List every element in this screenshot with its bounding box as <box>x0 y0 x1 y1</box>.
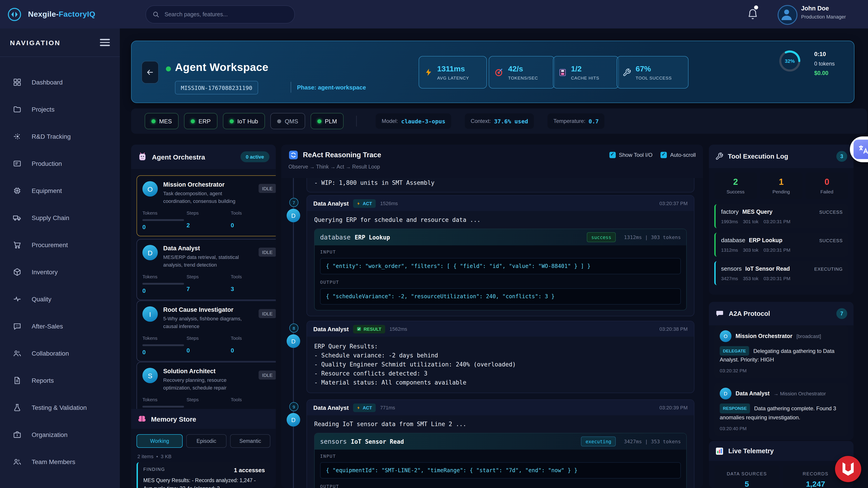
lightning-icon <box>357 201 361 206</box>
live-telemetry-panel: Live Telemetry DATA SOURCES 5 RECORDS 1,… <box>709 441 854 488</box>
avatar-person-icon <box>778 6 795 22</box>
document-icon <box>13 376 22 385</box>
agent-card-data-analyst[interactable]: IDLE D Data Analyst MES/ERP data retriev… <box>136 239 276 300</box>
panel-lines-icon <box>13 159 22 168</box>
nav-label: Supply Chain <box>32 214 69 221</box>
online-dot <box>191 119 195 123</box>
notifications-button[interactable] <box>745 6 761 22</box>
hamburger-menu-icon[interactable] <box>100 37 110 48</box>
log-entry-iot-sensor-read[interactable]: sensors IoT Sensor Read EXECUTING 3427ms… <box>714 261 848 285</box>
notification-dot <box>754 5 758 9</box>
sidebar-item-supply-chain[interactable]: Supply Chain <box>0 204 120 231</box>
sidebar-item-organization[interactable]: Organization <box>0 421 120 448</box>
trace-entry-8: Data Analyst RESULT 1562ms 03:20:38 PM E… <box>307 321 694 393</box>
temperature-pill: Temperature:0.7 <box>548 113 604 129</box>
tool-status-badge: success <box>587 232 616 242</box>
back-button[interactable] <box>142 61 159 84</box>
system-chip-iot-hub[interactable]: IoT Hub <box>223 113 265 129</box>
a2a-message-delegate: O Mission Orchestrator [broadcast] DELEG… <box>714 325 848 379</box>
tool-output-code: { "scheduleVariance": -2, "resourceUtili… <box>320 288 681 304</box>
sidebar-item-inventory[interactable]: Inventory <box>0 258 120 286</box>
nav-label: Collaboration <box>32 350 69 357</box>
step-marker: 8 <box>289 324 298 332</box>
finding-text: MES Query Results: - Records analyzed: 1… <box>143 476 265 488</box>
dashboard-icon <box>13 78 22 87</box>
sidebar-item-dashboard[interactable]: Dashboard <box>0 69 120 96</box>
memory-tab-semantic[interactable]: Semantic <box>230 434 270 448</box>
stat-success: 2 Success <box>714 173 757 199</box>
sidebar-item-reports[interactable]: Reports <box>0 367 120 394</box>
entry-duration: 771ms <box>380 405 395 410</box>
show-tool-io-checkbox[interactable]: Show Tool I/O <box>610 152 653 158</box>
sidebar-item-testing-validation[interactable]: Testing & Validation <box>0 394 120 421</box>
agent-steps: 2 <box>186 222 230 229</box>
system-chip-qms[interactable]: QMS <box>270 113 305 129</box>
elapsed-time: 0:10 <box>814 51 835 57</box>
entry-agent: Data Analyst <box>313 200 349 207</box>
target-icon <box>495 68 504 77</box>
agent-status-badge: IDLE <box>258 248 276 257</box>
tokens-bar <box>143 344 184 346</box>
result-line: - Material status: All components availa… <box>314 378 687 387</box>
agent-status-badge: IDLE <box>258 184 276 193</box>
tool-server: database <box>320 234 350 241</box>
agent-steps: 7 <box>186 286 230 292</box>
log-entry-mes-query[interactable]: factory MES Query SUCCESS 1993ms301 tok0… <box>714 204 848 228</box>
entry-text: Querying ERP for schedule and resource d… <box>314 217 687 223</box>
sidebar-item-collaboration[interactable]: Collaboration <box>0 340 120 367</box>
agent-avatar: D <box>287 413 300 427</box>
autoscroll-checkbox[interactable]: Auto-scroll <box>661 152 696 158</box>
a2a-time: 03:20:32 PM <box>720 368 843 373</box>
memory-finding-card[interactable]: 1 accesses FINDING MES Query Results: - … <box>136 462 270 488</box>
system-chip-mes[interactable]: MES <box>145 113 179 129</box>
app-root: Nexgile-FactoryIQ John Doe Production Ma… <box>0 0 868 488</box>
offline-dot <box>277 119 281 123</box>
trace-subtitle: Observe → Think → Act → Result Loop <box>288 164 696 169</box>
stat-cache-hits: 1/2CACHE HITS <box>553 56 619 89</box>
sidebar-item-quality[interactable]: Quality <box>0 286 120 313</box>
agent-tokens: 0 <box>143 349 186 356</box>
folder-icon <box>13 105 22 114</box>
briefcase-icon <box>13 430 22 439</box>
system-chip-erp[interactable]: ERP <box>184 113 217 129</box>
a2a-time: 03:20:40 PM <box>720 426 843 431</box>
tool-call-card[interactable]: database ERP Lookup success 1312ms | 303… <box>314 229 687 311</box>
model-pill: Model:claude-3-opus <box>376 113 452 129</box>
online-dot <box>230 119 234 123</box>
user-avatar[interactable] <box>778 5 798 25</box>
sidebar-item-equipment[interactable]: Equipment <box>0 177 120 204</box>
nav-label: Production <box>32 160 62 167</box>
phase-label: Phase: agent-workspace <box>297 84 366 91</box>
sidebar-item-rnd-tracking[interactable]: R&D Tracking <box>0 123 120 150</box>
global-search[interactable] <box>146 5 295 24</box>
agent-card-mission-orchestrator[interactable]: IDLE O Mission Orchestrator Task decompo… <box>136 175 276 236</box>
system-chip-plm[interactable]: PLM <box>310 113 344 129</box>
nav-label: Dashboard <box>32 78 63 86</box>
sidebar-item-production[interactable]: Production <box>0 150 120 177</box>
memory-tab-working[interactable]: Working <box>136 434 183 448</box>
top-header: Nexgile-FactoryIQ John Doe Production Ma… <box>0 0 868 29</box>
token-count: 0 tokens <box>814 61 835 66</box>
log-status: EXECUTING <box>814 267 843 271</box>
sidebar-item-projects[interactable]: Projects <box>0 96 120 123</box>
agent-tokens: 0 <box>143 287 186 294</box>
memory-tab-episodic[interactable]: Episodic <box>186 434 226 448</box>
nav-label: Inventory <box>32 268 58 275</box>
sidebar-item-after-sales[interactable]: After-Sales <box>0 313 120 340</box>
timeline-line <box>293 178 294 488</box>
sidebar-item-procurement[interactable]: Procurement <box>0 231 120 258</box>
user-role: Production Manager <box>801 14 846 20</box>
pulse-icon <box>13 295 22 304</box>
sidebar-item-team-members[interactable]: Team Members <box>0 448 120 475</box>
search-input[interactable] <box>164 11 270 18</box>
tool-call-card[interactable]: sensors IoT Sensor Read executing 3427ms… <box>314 433 687 488</box>
tokens-bar <box>143 406 184 408</box>
wrench-icon <box>622 68 631 76</box>
mcafee-shield-button[interactable] <box>835 456 861 482</box>
trace-scroll-area[interactable]: - WIP: 1,800 units in SMT Assembly 7 D D… <box>281 178 703 488</box>
memory-store-header: Memory Store <box>131 409 276 429</box>
act-badge: ACT <box>353 403 376 412</box>
log-entry-erp-lookup[interactable]: database ERP Lookup SUCCESS 1312ms303 to… <box>714 233 848 257</box>
agent-card-root-cause-investigator[interactable]: IDLE I Root Cause Investigator 5-Why ana… <box>136 300 276 361</box>
agent-tools: 0 <box>231 347 275 354</box>
